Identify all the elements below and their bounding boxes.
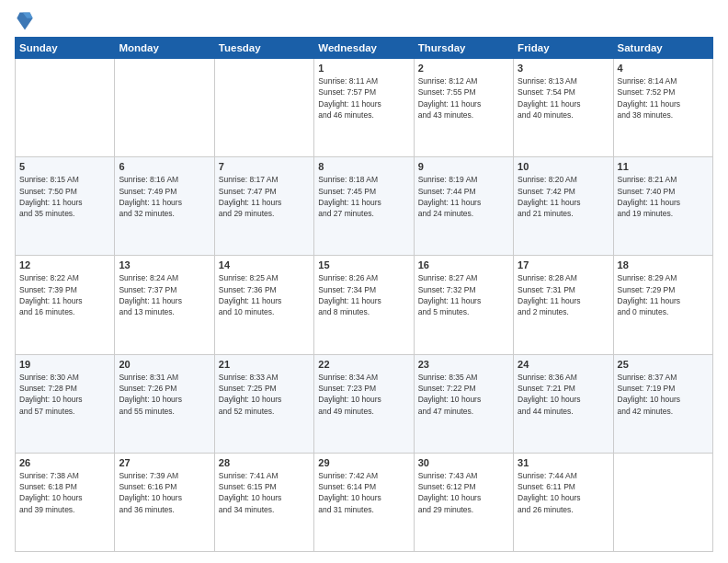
day-info: Sunrise: 8:13 AM Sunset: 7:54 PM Dayligh… — [518, 75, 609, 121]
day-number: 11 — [618, 161, 709, 172]
day-info: Sunrise: 8:27 AM Sunset: 7:32 PM Dayligh… — [418, 272, 509, 317]
calendar-cell: 1Sunrise: 8:11 AM Sunset: 7:57 PM Daylig… — [314, 59, 414, 157]
day-header-wednesday: Wednesday — [314, 38, 414, 59]
day-number: 3 — [518, 63, 609, 74]
calendar-week-row: 26Sunrise: 7:38 AM Sunset: 6:18 PM Dayli… — [16, 453, 713, 551]
calendar-cell: 3Sunrise: 8:13 AM Sunset: 7:54 PM Daylig… — [514, 59, 613, 157]
calendar-cell: 2Sunrise: 8:12 AM Sunset: 7:55 PM Daylig… — [414, 59, 513, 157]
day-info: Sunrise: 7:44 AM Sunset: 6:11 PM Dayligh… — [518, 470, 609, 515]
calendar-cell: 5Sunrise: 8:15 AM Sunset: 7:50 PM Daylig… — [16, 157, 115, 256]
day-number: 29 — [318, 457, 409, 468]
day-number: 20 — [119, 359, 210, 370]
day-info: Sunrise: 8:37 AM Sunset: 7:19 PM Dayligh… — [618, 372, 709, 417]
day-info: Sunrise: 7:41 AM Sunset: 6:15 PM Dayligh… — [219, 470, 310, 515]
day-info: Sunrise: 8:24 AM Sunset: 7:37 PM Dayligh… — [119, 272, 210, 317]
day-info: Sunrise: 8:21 AM Sunset: 7:40 PM Dayligh… — [618, 174, 709, 219]
calendar-cell: 12Sunrise: 8:22 AM Sunset: 7:39 PM Dayli… — [16, 256, 115, 354]
day-info: Sunrise: 8:29 AM Sunset: 7:29 PM Dayligh… — [618, 272, 709, 317]
day-info: Sunrise: 8:18 AM Sunset: 7:45 PM Dayligh… — [318, 174, 409, 219]
day-number: 12 — [19, 259, 110, 270]
day-info: Sunrise: 8:12 AM Sunset: 7:55 PM Dayligh… — [418, 75, 509, 121]
day-number: 18 — [618, 259, 709, 270]
day-number: 1 — [318, 63, 409, 74]
day-number: 27 — [119, 457, 210, 468]
calendar-cell: 7Sunrise: 8:17 AM Sunset: 7:47 PM Daylig… — [214, 157, 313, 256]
day-number: 5 — [19, 161, 110, 172]
day-info: Sunrise: 8:26 AM Sunset: 7:34 PM Dayligh… — [318, 272, 409, 317]
day-info: Sunrise: 8:14 AM Sunset: 7:52 PM Dayligh… — [618, 75, 709, 121]
calendar-header-row: SundayMondayTuesdayWednesdayThursdayFrid… — [16, 38, 713, 59]
calendar-cell — [214, 59, 313, 157]
calendar-week-row: 12Sunrise: 8:22 AM Sunset: 7:39 PM Dayli… — [16, 256, 713, 354]
calendar-cell: 9Sunrise: 8:19 AM Sunset: 7:44 PM Daylig… — [414, 157, 513, 256]
day-info: Sunrise: 8:35 AM Sunset: 7:22 PM Dayligh… — [418, 372, 509, 417]
day-info: Sunrise: 8:25 AM Sunset: 7:36 PM Dayligh… — [219, 272, 310, 317]
day-header-friday: Friday — [514, 38, 613, 59]
day-info: Sunrise: 7:39 AM Sunset: 6:16 PM Dayligh… — [119, 470, 210, 515]
day-info: Sunrise: 8:20 AM Sunset: 7:42 PM Dayligh… — [518, 174, 609, 219]
day-number: 21 — [219, 359, 310, 370]
day-number: 16 — [418, 259, 509, 270]
day-header-thursday: Thursday — [414, 38, 513, 59]
day-number: 14 — [219, 259, 310, 270]
calendar-cell: 28Sunrise: 7:41 AM Sunset: 6:15 PM Dayli… — [214, 453, 313, 551]
calendar-week-row: 19Sunrise: 8:30 AM Sunset: 7:28 PM Dayli… — [16, 354, 713, 453]
calendar-cell: 15Sunrise: 8:26 AM Sunset: 7:34 PM Dayli… — [314, 256, 414, 354]
day-number: 2 — [418, 63, 509, 74]
day-number: 26 — [19, 457, 110, 468]
calendar-cell: 8Sunrise: 8:18 AM Sunset: 7:45 PM Daylig… — [314, 157, 414, 256]
day-info: Sunrise: 8:22 AM Sunset: 7:39 PM Dayligh… — [19, 272, 110, 317]
calendar-cell — [115, 59, 214, 157]
calendar-cell: 22Sunrise: 8:34 AM Sunset: 7:23 PM Dayli… — [314, 354, 414, 453]
calendar-cell: 14Sunrise: 8:25 AM Sunset: 7:36 PM Dayli… — [214, 256, 313, 354]
calendar-cell: 17Sunrise: 8:28 AM Sunset: 7:31 PM Dayli… — [514, 256, 613, 354]
day-number: 13 — [119, 259, 210, 270]
day-info: Sunrise: 8:31 AM Sunset: 7:26 PM Dayligh… — [119, 372, 210, 417]
day-number: 15 — [318, 259, 409, 270]
calendar-cell — [16, 59, 115, 157]
day-number: 8 — [318, 161, 409, 172]
calendar-week-row: 1Sunrise: 8:11 AM Sunset: 7:57 PM Daylig… — [16, 59, 713, 157]
calendar-cell: 19Sunrise: 8:30 AM Sunset: 7:28 PM Dayli… — [16, 354, 115, 453]
day-number: 9 — [418, 161, 509, 172]
day-number: 31 — [518, 457, 609, 468]
day-number: 4 — [618, 63, 709, 74]
day-number: 24 — [518, 359, 609, 370]
header — [15, 11, 713, 31]
day-info: Sunrise: 8:17 AM Sunset: 7:47 PM Dayligh… — [219, 174, 310, 219]
day-info: Sunrise: 8:19 AM Sunset: 7:44 PM Dayligh… — [418, 174, 509, 219]
calendar-cell: 23Sunrise: 8:35 AM Sunset: 7:22 PM Dayli… — [414, 354, 513, 453]
logo-icon — [17, 11, 33, 31]
calendar-week-row: 5Sunrise: 8:15 AM Sunset: 7:50 PM Daylig… — [16, 157, 713, 256]
calendar-cell: 27Sunrise: 7:39 AM Sunset: 6:16 PM Dayli… — [115, 453, 214, 551]
calendar-cell: 21Sunrise: 8:33 AM Sunset: 7:25 PM Dayli… — [214, 354, 313, 453]
day-info: Sunrise: 8:16 AM Sunset: 7:49 PM Dayligh… — [119, 174, 210, 219]
calendar-cell: 29Sunrise: 7:42 AM Sunset: 6:14 PM Dayli… — [314, 453, 414, 551]
day-info: Sunrise: 8:33 AM Sunset: 7:25 PM Dayligh… — [219, 372, 310, 417]
logo — [15, 11, 35, 31]
day-number: 22 — [318, 359, 409, 370]
calendar-table: SundayMondayTuesdayWednesdayThursdayFrid… — [15, 37, 713, 552]
calendar-cell: 24Sunrise: 8:36 AM Sunset: 7:21 PM Dayli… — [514, 354, 613, 453]
day-number: 19 — [19, 359, 110, 370]
calendar-cell: 31Sunrise: 7:44 AM Sunset: 6:11 PM Dayli… — [514, 453, 613, 551]
day-info: Sunrise: 8:34 AM Sunset: 7:23 PM Dayligh… — [318, 372, 409, 417]
day-number: 28 — [219, 457, 310, 468]
day-info: Sunrise: 8:15 AM Sunset: 7:50 PM Dayligh… — [19, 174, 110, 219]
day-number: 25 — [618, 359, 709, 370]
day-info: Sunrise: 7:43 AM Sunset: 6:12 PM Dayligh… — [418, 470, 509, 515]
calendar-cell: 4Sunrise: 8:14 AM Sunset: 7:52 PM Daylig… — [613, 59, 712, 157]
day-info: Sunrise: 7:38 AM Sunset: 6:18 PM Dayligh… — [19, 470, 110, 515]
day-info: Sunrise: 7:42 AM Sunset: 6:14 PM Dayligh… — [318, 470, 409, 515]
day-number: 6 — [119, 161, 210, 172]
day-header-monday: Monday — [115, 38, 214, 59]
day-info: Sunrise: 8:36 AM Sunset: 7:21 PM Dayligh… — [518, 372, 609, 417]
day-header-sunday: Sunday — [16, 38, 115, 59]
calendar-cell: 13Sunrise: 8:24 AM Sunset: 7:37 PM Dayli… — [115, 256, 214, 354]
day-info: Sunrise: 8:11 AM Sunset: 7:57 PM Dayligh… — [318, 75, 409, 121]
day-number: 7 — [219, 161, 310, 172]
day-number: 10 — [518, 161, 609, 172]
calendar-cell: 16Sunrise: 8:27 AM Sunset: 7:32 PM Dayli… — [414, 256, 513, 354]
day-info: Sunrise: 8:28 AM Sunset: 7:31 PM Dayligh… — [518, 272, 609, 317]
day-header-tuesday: Tuesday — [214, 38, 313, 59]
